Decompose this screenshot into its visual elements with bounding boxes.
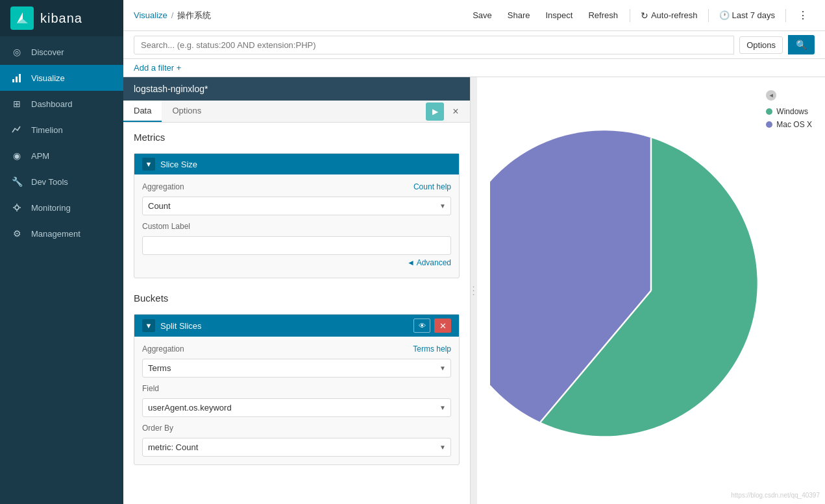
svg-rect-1	[16, 77, 18, 82]
split-slices-toggle[interactable]: ▼	[142, 319, 155, 332]
split-slices-label: Split Slices	[160, 321, 202, 331]
left-panel: logstash-nginxlog* Data Options ▶ × Metr…	[123, 77, 471, 504]
buckets-aggregation-label: Aggregation	[142, 344, 184, 354]
sidebar-item-dashboard[interactable]: ⊞ Dashboard	[0, 91, 123, 117]
aggregation-label: Aggregation	[142, 182, 184, 191]
breadcrumb-visualize-link[interactable]: Visualize	[134, 10, 167, 20]
field-label-row: Field	[142, 384, 451, 393]
svg-point-3	[15, 206, 19, 210]
sidebar-item-label-devtools: Dev Tools	[31, 177, 68, 187]
index-name: logstash-nginxlog*	[134, 84, 208, 94]
field-select-wrapper: userAgent.os.keyword ▼	[142, 398, 451, 417]
tab-data[interactable]: Data	[123, 101, 162, 122]
sidebar-item-label-apm: APM	[31, 151, 49, 161]
slice-size-toggle[interactable]: ▼	[142, 158, 155, 171]
bucket-actions: 👁 ✕	[413, 318, 451, 333]
topbar: Visualize / 操作系统 Save Share Inspect Refr…	[123, 0, 825, 31]
refresh-cycle-icon: ↻	[641, 10, 648, 21]
breadcrumb-separator: /	[171, 10, 174, 20]
topbar-divider-2	[708, 9, 709, 22]
sidebar-item-label-management: Management	[31, 229, 80, 239]
auto-refresh-button[interactable]: ↻ Auto-refresh	[635, 6, 703, 25]
visualize-icon	[10, 71, 23, 84]
panel-tabs: Data Options ▶ ×	[123, 101, 470, 123]
metrics-section-header: Metrics	[123, 123, 470, 148]
sidebar-item-label-dashboard: Dashboard	[31, 99, 73, 109]
advanced-link-row: ◄ Advanced	[142, 255, 451, 270]
breadcrumb: Visualize / 操作系统	[134, 10, 211, 21]
resize-handle[interactable]: •••	[471, 77, 477, 504]
sidebar-item-discover[interactable]: ◎ Discover	[0, 39, 123, 65]
main-content: Visualize / 操作系统 Save Share Inspect Refr…	[123, 0, 825, 504]
index-header: logstash-nginxlog*	[123, 77, 470, 101]
time-range-button[interactable]: 🕐 Last 7 days	[714, 6, 781, 24]
refresh-button[interactable]: Refresh	[582, 6, 624, 24]
order-by-label-row: Order By	[142, 424, 451, 433]
sidebar-item-label-discover: Discover	[31, 47, 64, 57]
sidebar-item-monitoring[interactable]: Monitoring	[0, 195, 123, 221]
search-bar-row: Options 🔍	[123, 31, 825, 59]
field-label-text: Field	[142, 384, 159, 393]
split-slices-body: Aggregation Terms help Terms ▼	[134, 337, 459, 464]
timelion-icon	[10, 123, 23, 136]
custom-label-input[interactable]	[142, 236, 451, 255]
play-button[interactable]: ▶	[426, 102, 444, 121]
chart-area: ◄ ◄ Windows Mac OS X	[477, 77, 825, 504]
order-by-section: Order By metric: Count ▼	[142, 424, 451, 457]
split-slices-section: ▼ Split Slices 👁 ✕ Aggregation Terms hel…	[134, 314, 460, 465]
slice-size-header: ▼ Slice Size	[134, 154, 459, 174]
time-range-label: Last 7 days	[732, 10, 776, 20]
sidebar-item-timelion[interactable]: Timelion	[0, 117, 123, 143]
panel-body: Metrics ▼ Slice Size Aggregation Count h…	[123, 123, 470, 504]
auto-refresh-label: Auto-refresh	[651, 10, 698, 20]
search-input[interactable]	[134, 36, 734, 54]
share-button[interactable]: Share	[501, 6, 537, 24]
custom-label-section: Custom Label	[142, 222, 451, 255]
count-help-link[interactable]: Count help	[413, 182, 451, 191]
svg-rect-2	[19, 74, 21, 82]
panel-dots: •••	[471, 282, 476, 299]
topbar-actions: Save Share Inspect Refresh ↻ Auto-refres…	[466, 5, 815, 25]
kibana-logo-icon	[10, 6, 34, 30]
field-select[interactable]: userAgent.os.keyword	[142, 398, 451, 417]
slice-size-label: Slice Size	[160, 160, 197, 169]
aggregation-row: Aggregation Count help	[142, 182, 451, 191]
split-slices-header: ▼ Split Slices 👁 ✕	[134, 315, 459, 337]
svg-rect-0	[12, 79, 14, 82]
buckets-section-header: Buckets	[123, 283, 470, 309]
inspect-button[interactable]: Inspect	[539, 6, 580, 24]
aggregation-select[interactable]: Count	[142, 197, 451, 215]
custom-label-row: Custom Label	[142, 222, 451, 231]
add-filter-button[interactable]: Add a filter +	[134, 63, 181, 73]
tab-options[interactable]: Options	[162, 101, 212, 122]
close-panel-button[interactable]: ×	[447, 102, 465, 121]
buckets-aggregation-select[interactable]: Terms	[142, 359, 451, 378]
search-button[interactable]: 🔍	[788, 35, 815, 54]
order-by-label-text: Order By	[142, 424, 173, 433]
advanced-link[interactable]: ◄ Advanced	[407, 258, 451, 267]
sidebar-item-label-monitoring: Monitoring	[31, 203, 71, 213]
save-button[interactable]: Save	[466, 6, 499, 24]
eye-toggle-button[interactable]: 👁	[413, 318, 430, 333]
sidebar: kibana ◎ Discover Visualize ⊞ Dashboard	[0, 0, 123, 504]
content-area: logstash-nginxlog* Data Options ▶ × Metr…	[123, 77, 825, 504]
sidebar-item-management[interactable]: ⚙ Management	[0, 221, 123, 246]
options-button[interactable]: Options	[739, 36, 783, 54]
logo: kibana	[0, 0, 123, 36]
more-options-button[interactable]: ⋮	[791, 5, 815, 25]
breadcrumb-current: 操作系统	[177, 10, 211, 21]
sidebar-item-apm[interactable]: ◉ APM	[0, 143, 123, 169]
sidebar-item-devtools[interactable]: 🔧 Dev Tools	[0, 169, 123, 195]
topbar-divider-3	[785, 9, 786, 22]
watermark: https://blog.csdn.net/qq_40397	[731, 492, 820, 499]
sidebar-item-visualize[interactable]: Visualize	[0, 65, 123, 91]
devtools-icon: 🔧	[10, 175, 23, 188]
topbar-divider	[630, 9, 630, 22]
kibana-logo-text: kibana	[40, 11, 82, 26]
order-by-select[interactable]: metric: Count	[142, 438, 451, 457]
dashboard-icon: ⊞	[10, 97, 23, 110]
clock-icon: 🕐	[719, 10, 730, 20]
remove-bucket-button[interactable]: ✕	[434, 318, 451, 333]
field-section: Field userAgent.os.keyword ▼	[142, 384, 451, 417]
terms-help-link[interactable]: Terms help	[413, 344, 451, 354]
